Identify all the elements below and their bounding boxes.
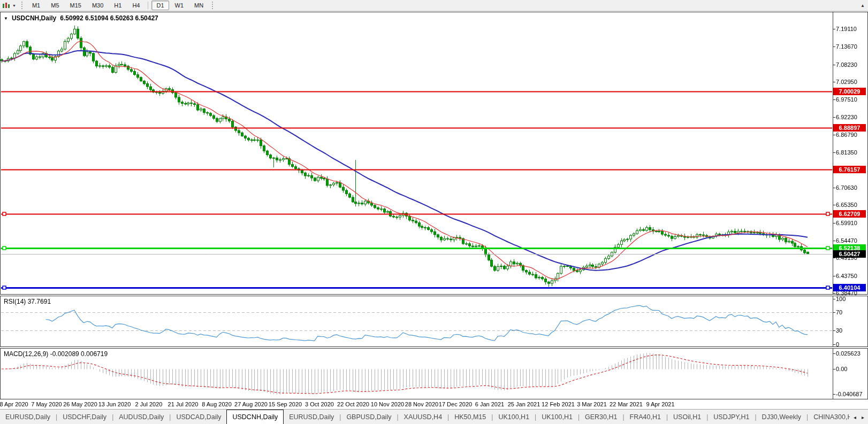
chart-title: ▼ USDCNH,Daily 6.50992 6.51094 6.50263 6… — [4, 14, 158, 22]
timeframe-button-h4[interactable]: H4 — [127, 1, 144, 10]
toolbar-grip[interactable] — [21, 2, 24, 9]
price-axis-tick: 6.97510 — [836, 96, 857, 103]
collapse-caret-icon[interactable]: ▼ — [4, 16, 8, 21]
scroll-left-icon[interactable]: ◂ — [854, 414, 856, 420]
timeframe-button-m30[interactable]: M30 — [87, 1, 108, 10]
price-axis-tick: 7.08230 — [836, 61, 857, 68]
timeframe-button-d1[interactable]: D1 — [151, 1, 169, 10]
date-axis-label: 28 Nov 2020 — [405, 401, 438, 407]
chart-tab-usdchf-1[interactable]: USDCHF,Daily — [57, 410, 112, 424]
hline-price-label: 6.40104 — [833, 284, 866, 291]
timeframe-button-h1[interactable]: H1 — [109, 1, 126, 10]
chart-type-dropdown-icon[interactable]: ▼ — [12, 4, 16, 7]
price-axis-tick: 6.86790 — [836, 132, 857, 138]
date-axis-label: 22 Oct 2020 — [337, 401, 369, 407]
macd-axis-tick: -0.040687 — [836, 391, 863, 397]
price-axis-tick: 7.02950 — [836, 79, 857, 85]
chart-tab-xauusd-7[interactable]: XAUUSD,H4 — [399, 410, 448, 424]
date-axis-label: 18 Apr 2020 — [0, 401, 28, 407]
chart-symbol-label: USDCNH,Daily — [12, 14, 56, 22]
date-axis-label: 7 May 2020 — [31, 401, 62, 407]
date-axis-label: 9 Apr 2021 — [646, 401, 674, 407]
chart-tab-usdjpy-14[interactable]: USDJPY,H1 — [708, 410, 755, 424]
hline-price-label: 7.00029 — [833, 88, 866, 95]
date-axis-label: 15 Sep 2020 — [269, 401, 302, 407]
chart-tab-audusd-2[interactable]: AUDUSD,Daily — [113, 410, 169, 424]
chart-tab-gbpusd-6[interactable]: GBPUSD,Daily — [341, 410, 397, 424]
price-axis-tick: 6.59910 — [836, 220, 857, 226]
date-axis-label: 3 Oct 2020 — [305, 401, 334, 407]
rsi-axis-tick: 100 — [836, 296, 846, 302]
timeframe-button-m5[interactable]: M5 — [46, 1, 64, 10]
chart-type-icon[interactable] — [2, 2, 11, 9]
chart-tab-uk100-9[interactable]: UK100,H1 — [493, 410, 535, 424]
scroll-right-icon[interactable]: ▸ — [862, 414, 864, 420]
date-axis-label: 8 Aug 2020 — [202, 401, 232, 407]
timeframe-button-w1[interactable]: W1 — [170, 1, 189, 10]
date-axis-label: 13 Jun 2020 — [98, 401, 131, 407]
chart-tab-uk100-10[interactable]: UK100,H1 — [536, 410, 578, 424]
date-axis-label: 27 Aug 2020 — [234, 401, 268, 407]
hline-price-label: 6.88897 — [833, 124, 866, 132]
macd-label: MACD(12,26,9) -0.002089 0.006719 — [4, 350, 108, 358]
price-axis-tick: 6.81350 — [836, 149, 857, 156]
chart-tab-usdcnh-4[interactable]: USDCNH,Daily — [226, 410, 284, 424]
toolbar-overflow-icon[interactable]: ▲ — [861, 3, 865, 8]
chart-toolbar: ▼ M1M5M15M30H1H4D1W1MN ▲ — [0, 0, 868, 11]
date-axis-label: 21 Jul 2020 — [168, 401, 199, 407]
timeframe-button-m1[interactable]: M1 — [27, 1, 45, 10]
timeframe-button-m15[interactable]: M15 — [65, 1, 86, 10]
rsi-axis-tick: 30 — [836, 327, 842, 334]
hline-price-label: 6.76157 — [833, 166, 866, 173]
date-axis-label: 22 Mar 2021 — [610, 401, 643, 407]
mt4-chart-window: ▼ M1M5M15M30H1H4D1W1MN ▲ ▼ USDCNH,Daily … — [0, 0, 868, 424]
chart-tab-usdcad-3[interactable]: USDCAD,Daily — [171, 410, 226, 424]
price-axis-tick: 7.19110 — [836, 26, 857, 32]
date-axis-label: 12 Feb 2021 — [542, 401, 575, 407]
price-axis-tick: 6.70630 — [836, 184, 857, 191]
date-axis-label: 25 Jan 2021 — [508, 401, 540, 407]
chart-tab-usoil-13[interactable]: USOil,H1 — [668, 410, 706, 424]
date-axis-label: 6 Jan 2021 — [475, 401, 504, 407]
date-axis-label: 2 Jul 2020 — [135, 401, 163, 407]
chart-ohlc-values: 6.50992 6.51094 6.50263 6.50427 — [60, 14, 158, 22]
tab-scroll-controls: ◂▸ — [850, 410, 868, 424]
price-axis-tick: 6.92230 — [836, 114, 857, 120]
chart-tab-eurusd-5[interactable]: EURUSD,Daily — [284, 410, 339, 424]
date-axis-label: 3 Mar 2021 — [577, 401, 607, 407]
date-axis-label: 17 Dec 2020 — [439, 401, 472, 407]
rsi-axis-tick: 70 — [836, 309, 842, 315]
price-chart-canvas[interactable] — [0, 0, 868, 409]
toolbar-grip-end[interactable] — [212, 2, 214, 9]
price-axis-tick: 6.54470 — [836, 237, 857, 244]
hline-price-label: 6.62709 — [833, 210, 866, 218]
price-axis-tick: 6.65350 — [836, 202, 857, 208]
date-axis-label: 10 Nov 2020 — [371, 401, 404, 407]
chart-tab-eurusd-0[interactable]: EURUSD,Daily — [0, 410, 56, 424]
macd-axis-tick: 0.00 — [836, 366, 847, 372]
chart-tab-fra40-12[interactable]: FRA40,H1 — [625, 410, 666, 424]
rsi-axis-tick: 0 — [836, 341, 839, 348]
timeframe-button-mn[interactable]: MN — [189, 1, 208, 10]
rsi-label: RSI(14) 37.7691 — [4, 298, 51, 305]
price-axis-tick: 7.13670 — [836, 43, 857, 50]
chart-tab-hk50-8[interactable]: HK50,M15 — [449, 410, 491, 424]
chart-tab-bar: EURUSD,Daily|USDCHF,Daily|AUDUSD,Daily|U… — [0, 409, 868, 424]
price-axis-tick: 6.43750 — [836, 273, 857, 279]
toolbar-separator — [148, 2, 148, 9]
chart-tab-ger30-11[interactable]: GER30,H1 — [580, 410, 622, 424]
chart-tab-dj30-15[interactable]: DJ30,Weekly — [757, 410, 806, 424]
macd-axis-tick: 0.025623 — [836, 350, 861, 357]
date-axis-label: 26 May 2020 — [63, 401, 97, 407]
bid-price-label: 6.50427 — [833, 250, 866, 258]
